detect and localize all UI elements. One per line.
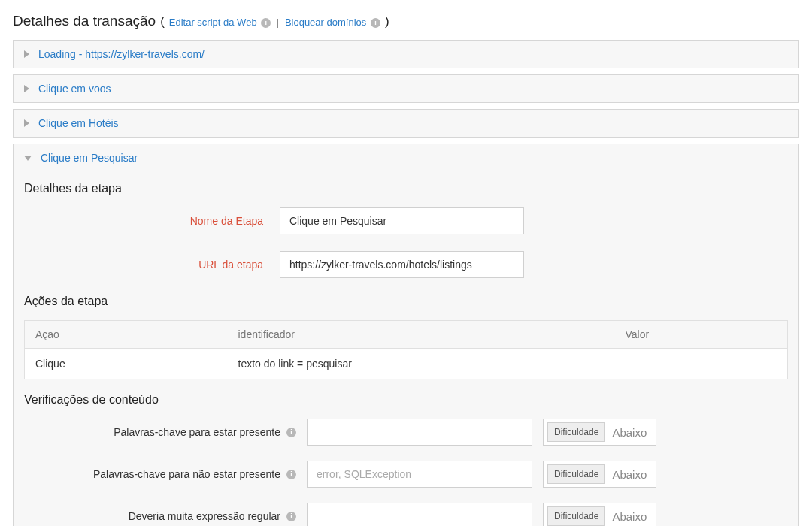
regex-label: Deveria muita expressão regular i xyxy=(24,510,296,522)
chevron-right-icon xyxy=(24,85,29,92)
step-details-heading: Detalhes da etapa xyxy=(24,182,788,195)
step-item-expanded: Clique em Pesquisar Detalhes da etapa No… xyxy=(13,144,799,526)
identifier-cell: texto do link = pesquisar xyxy=(228,349,615,379)
step-url-label: URL da etapa xyxy=(24,258,280,271)
difficulty-button[interactable]: Dificuldade xyxy=(547,506,605,526)
block-domains-link[interactable]: Bloquear domínios xyxy=(285,17,366,28)
keywords-present-input[interactable] xyxy=(307,419,532,446)
keywords-not-present-input[interactable] xyxy=(307,461,532,488)
below-text: Abaixo xyxy=(609,510,656,523)
steps-accordion: Loading - https://zylker-travels.com/ Cl… xyxy=(13,40,799,526)
edit-web-script-link[interactable]: Editar script da Web xyxy=(169,17,257,28)
step-header[interactable]: Loading - https://zylker-travels.com/ xyxy=(14,41,798,68)
step-title: Clique em Pesquisar xyxy=(41,152,138,164)
difficulty-button[interactable]: Dificuldade xyxy=(547,464,605,484)
value-cell xyxy=(615,349,788,379)
step-name-label: Nome da Etapa xyxy=(24,215,280,227)
step-body: Detalhes da etapa Nome da Etapa URL da e… xyxy=(14,171,798,526)
keywords-not-present-label: Palavras-chave para não estar presente i xyxy=(24,468,296,480)
step-header[interactable]: Clique em Hotéis xyxy=(14,110,798,137)
step-item: Loading - https://zylker-travels.com/ xyxy=(13,40,799,68)
step-url-row: URL da etapa xyxy=(24,251,788,278)
regex-input[interactable] xyxy=(307,503,532,526)
step-header[interactable]: Clique em Pesquisar xyxy=(14,144,798,171)
difficulty-group: Dificuldade Abaixo xyxy=(543,419,656,446)
step-item: Clique em voos xyxy=(13,74,799,103)
difficulty-button[interactable]: Dificuldade xyxy=(547,422,605,442)
step-actions-heading: Ações da etapa xyxy=(24,295,788,308)
below-text: Abaixo xyxy=(609,426,656,439)
keywords-present-row: Palavras-chave para estar presente i Dif… xyxy=(24,419,788,446)
col-identifier-header: identificador xyxy=(228,321,615,349)
step-header[interactable]: Clique em voos xyxy=(14,75,798,102)
below-text: Abaixo xyxy=(609,468,656,481)
chevron-right-icon xyxy=(24,119,29,127)
difficulty-group: Dificuldade Abaixo xyxy=(543,461,656,488)
info-icon[interactable]: i xyxy=(286,512,296,521)
step-title: Loading - https://zylker-travels.com/ xyxy=(38,48,205,60)
regex-row: Deveria muita expressão regular i Dificu… xyxy=(24,503,788,526)
info-icon[interactable]: i xyxy=(371,18,380,28)
step-name-row: Nome da Etapa xyxy=(24,207,788,234)
keywords-not-present-row: Palavras-chave para não estar presente i… xyxy=(24,461,788,488)
info-icon[interactable]: i xyxy=(286,428,296,437)
step-title: Clique em Hotéis xyxy=(38,117,119,129)
info-icon[interactable]: i xyxy=(286,470,296,479)
keywords-present-label: Palavras-chave para estar presente i xyxy=(24,426,296,438)
info-icon[interactable]: i xyxy=(261,18,271,28)
page-title: Detalhes da transação xyxy=(13,13,156,29)
actions-table: Açao identificador Valor Clique texto do… xyxy=(24,320,788,379)
step-item: Clique em Hotéis xyxy=(13,109,799,138)
step-name-input[interactable] xyxy=(280,207,524,234)
chevron-down-icon xyxy=(24,156,32,161)
difficulty-group: Dificuldade Abaixo xyxy=(543,503,656,526)
col-value-header: Valor xyxy=(615,321,788,349)
chevron-right-icon xyxy=(24,50,29,58)
content-verifications-heading: Verificações de conteúdo xyxy=(24,393,788,407)
page-header: Detalhes da transação ( Editar script da… xyxy=(13,13,799,29)
step-url-input[interactable] xyxy=(280,251,524,278)
col-action-header: Açao xyxy=(25,321,228,349)
table-row[interactable]: Clique texto do link = pesquisar xyxy=(25,349,788,379)
action-cell: Clique xyxy=(25,349,228,379)
step-title: Clique em voos xyxy=(38,83,111,95)
